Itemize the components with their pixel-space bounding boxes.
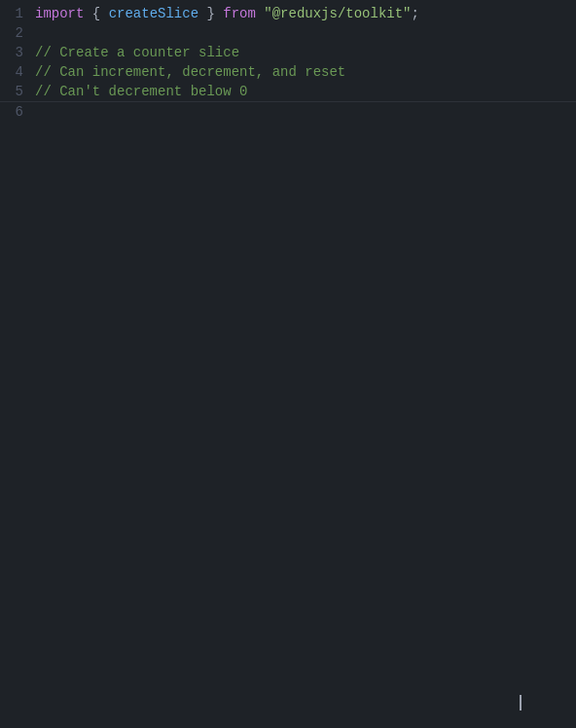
line-content: // Create a counter slice — [35, 43, 576, 62]
code-line: 1import { createSlice } from "@reduxjs/t… — [0, 4, 576, 23]
code-line: 5// Can't decrement below 0 — [0, 82, 576, 101]
code-editor[interactable]: 1import { createSlice } from "@reduxjs/t… — [0, 0, 576, 728]
code-line: 2 — [0, 23, 576, 43]
code-line: 3// Create a counter slice — [0, 43, 576, 62]
line-content: // Can't decrement below 0 — [35, 82, 576, 101]
line-number: 4 — [0, 62, 35, 82]
line-number: 5 — [0, 82, 35, 101]
line-content — [35, 23, 576, 43]
line-number: 2 — [0, 23, 35, 43]
line-number: 6 — [0, 102, 35, 122]
code-line: 6 — [0, 102, 576, 122]
line-content: import { createSlice } from "@reduxjs/to… — [35, 4, 576, 23]
line-content — [35, 102, 576, 122]
line-number: 3 — [0, 43, 35, 62]
code-line: 4// Can increment, decrement, and reset — [0, 62, 576, 82]
text-cursor — [520, 695, 522, 710]
line-number: 1 — [0, 4, 35, 23]
line-content: // Can increment, decrement, and reset — [35, 62, 576, 82]
